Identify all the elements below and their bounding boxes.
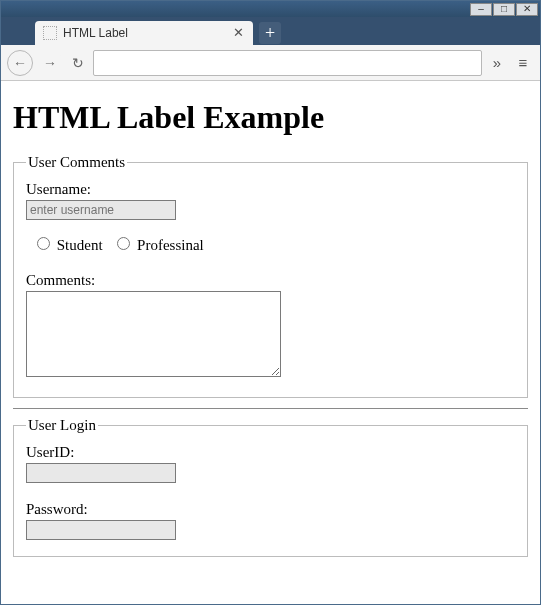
professional-radio-label: Professinal [137,237,204,253]
forward-button[interactable]: → [37,50,63,76]
userid-input[interactable] [26,463,176,483]
menu-icon[interactable]: ≡ [512,54,534,71]
student-radio-label: Student [57,237,103,253]
comments-textarea[interactable] [26,291,281,377]
address-bar[interactable] [93,50,482,76]
user-login-fieldset: User Login UserID: Password: [13,417,528,557]
overflow-icon[interactable]: » [486,54,508,71]
divider [13,408,528,409]
tab-favicon [43,26,57,40]
reload-button[interactable]: ↻ [67,50,89,76]
new-tab-button[interactable]: + [259,22,281,44]
tab-title: HTML Label [63,26,231,40]
page-heading: HTML Label Example [13,99,528,136]
user-comments-legend: User Comments [26,154,127,171]
window-minimize-button[interactable]: – [470,3,492,16]
browser-tab[interactable]: HTML Label ✕ [35,21,253,45]
tab-close-icon[interactable]: ✕ [231,26,245,40]
comments-label: Comments: [26,272,515,289]
window-close-button[interactable]: ✕ [516,3,538,16]
tab-bar: HTML Label ✕ + [1,17,540,45]
user-login-legend: User Login [26,417,98,434]
page-content: HTML Label Example User Comments Usernam… [1,81,540,577]
user-comments-fieldset: User Comments Username: Student Professi… [13,154,528,398]
password-label: Password: [26,501,515,518]
window-maximize-button[interactable]: □ [493,3,515,16]
userid-label: UserID: [26,444,515,461]
username-label: Username: [26,181,515,198]
back-button[interactable]: ← [7,50,33,76]
username-input[interactable] [26,200,176,220]
role-radio-group: Student Professinal [32,234,515,254]
password-input[interactable] [26,520,176,540]
nav-bar: ← → ↻ » ≡ [1,45,540,81]
window-title-bar: – □ ✕ [1,1,540,17]
student-radio[interactable] [37,237,50,250]
professional-radio[interactable] [117,237,130,250]
